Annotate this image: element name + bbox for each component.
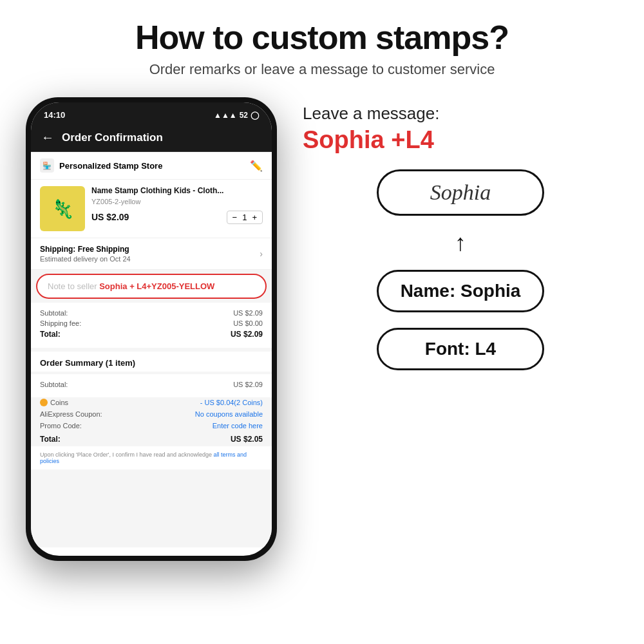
order-total-row: Total: US $2.05 — [31, 433, 272, 445]
order-section-title: Order Summary (1 item) — [31, 348, 272, 372]
shipping-fee-value: US $0.00 — [233, 319, 263, 327]
qty-control[interactable]: − 1 + — [227, 211, 263, 224]
promo-row: Promo Code: Enter code here — [31, 421, 272, 431]
screen-title: Order Confirmation — [62, 131, 163, 144]
product-name: Name Stamp Clothing Kids - Cloth... — [91, 186, 263, 196]
order-subtotal-value: US $2.09 — [233, 381, 263, 388]
order-total-value: US $2.05 — [231, 435, 263, 444]
product-image: 🦎 — [40, 186, 85, 231]
product-image-icon: 🦎 — [52, 198, 74, 220]
signal-icons: ▲▲▲ 52 ◯ — [214, 111, 259, 120]
arrow-up-icon: ↑ — [303, 231, 618, 254]
signal-bars: ▲▲▲ — [214, 111, 237, 120]
product-price-row: US $2.09 − 1 + — [91, 211, 263, 224]
screen-content: 🏪 Personalized Stamp Store ✏️ 🦎 Name — [31, 152, 272, 547]
qty-minus[interactable]: − — [232, 213, 238, 222]
product-price: US $2.09 — [91, 212, 129, 222]
phone-screen: 14:10 ▲▲▲ 52 ◯ ← Order Confirmation — [31, 102, 272, 556]
qty-plus[interactable]: + — [252, 213, 257, 222]
product-details: Name Stamp Clothing Kids - Cloth... YZ00… — [91, 186, 263, 231]
stamp-preview-text: Sophia — [430, 180, 491, 204]
coupon-label: AliExpress Coupon: — [40, 410, 102, 418]
shipping-left: Shipping: Free Shipping Estimated delive… — [40, 245, 131, 263]
edit-icon[interactable]: ✏️ — [250, 160, 263, 172]
leave-value: Sophia +L4 — [303, 126, 618, 154]
battery-icon: ◯ — [251, 111, 259, 120]
product-sku: YZ005-2-yellow — [91, 198, 263, 205]
page-container: How to custom stamps? Order remarks or l… — [0, 0, 644, 644]
coin-dot-icon — [40, 399, 48, 406]
shipping-chevron-icon[interactable]: › — [260, 249, 263, 259]
subtotal-value: US $2.09 — [233, 309, 263, 317]
name-box-text: Name: Sophia — [401, 281, 521, 301]
qty-value: 1 — [242, 213, 247, 222]
leave-label: Leave a message: — [303, 104, 618, 124]
phone-wrapper: 14:10 ▲▲▲ 52 ◯ ← Order Confirmation — [26, 97, 277, 561]
font-box: Font: L4 — [377, 328, 544, 370]
order-subtotal-label: Subtotal: — [40, 381, 68, 388]
stamp-preview: Sophia — [377, 169, 544, 216]
coins-row: Coins - US $0.04(2 Coins) — [31, 397, 272, 408]
shipping-fee-label: Shipping fee: — [40, 319, 81, 327]
store-icon: 🏪 — [40, 158, 54, 173]
coins-value: - US $0.04(2 Coins) — [200, 399, 263, 406]
coupon-row: AliExpress Coupon: No coupons available — [31, 409, 272, 419]
summary-total-row: Total: US $2.09 — [40, 330, 263, 339]
back-arrow-icon[interactable]: ← — [41, 130, 54, 145]
store-left: 🏪 Personalized Stamp Store — [40, 158, 162, 173]
order-section-summary: Subtotal: US $2.09 — [31, 374, 272, 397]
main-title: How to custom stamps? — [26, 19, 618, 56]
order-summary: Subtotal: US $2.09 Shipping fee: US $0.0… — [31, 303, 272, 348]
font-box-text: Font: L4 — [425, 339, 496, 359]
shipping-row: Shipping: Free Shipping Estimated delive… — [31, 238, 272, 270]
note-highlight: Sophia + L4+YZ005-YELLOW — [99, 281, 214, 291]
product-row: 🦎 Name Stamp Clothing Kids - Cloth... YZ… — [31, 180, 272, 238]
phone-mockup: 14:10 ▲▲▲ 52 ◯ ← Order Confirmation — [26, 97, 277, 561]
leave-message-section: Leave a message: Sophia +L4 — [303, 104, 618, 154]
signal-value: 52 — [240, 111, 248, 120]
store-row: 🏪 Personalized Stamp Store ✏️ — [31, 152, 272, 180]
store-name[interactable]: Personalized Stamp Store — [59, 161, 162, 171]
total-label: Total: — [40, 330, 61, 339]
order-total-label: Total: — [40, 435, 61, 444]
promo-label: Promo Code: — [40, 422, 82, 430]
coins-label: Coins — [40, 399, 68, 406]
screen-header: ← Order Confirmation — [31, 124, 272, 152]
order-subtotal-row: Subtotal: US $2.09 — [40, 381, 263, 388]
summary-shipping-row: Shipping fee: US $0.00 — [40, 319, 263, 327]
shipping-subtitle: Estimated delivery on Oct 24 — [40, 255, 131, 263]
place-order-text: Upon clicking 'Place Order', I confirm I… — [31, 446, 272, 469]
right-panel: Leave a message: Sophia +L4 Sophia ↑ Nam… — [303, 97, 618, 370]
place-order-label: Upon clicking 'Place Order', I confirm I… — [40, 451, 214, 458]
header-section: How to custom stamps? Order remarks or l… — [26, 19, 618, 78]
note-prefix: Note to seller — [48, 281, 99, 291]
promo-value[interactable]: Enter code here — [213, 422, 263, 430]
time-display: 14:10 — [44, 110, 65, 120]
subtitle: Order remarks or leave a message to cust… — [26, 61, 618, 78]
summary-subtotal-row: Subtotal: US $2.09 — [40, 309, 263, 317]
name-box: Name: Sophia — [377, 270, 544, 312]
content-row: 14:10 ▲▲▲ 52 ◯ ← Order Confirmation — [26, 97, 618, 561]
subtotal-label: Subtotal: — [40, 309, 68, 317]
shipping-title: Shipping: Free Shipping — [40, 245, 131, 254]
note-seller-box[interactable]: Note to seller Sophia + L4+YZ005-YELLOW — [36, 274, 267, 299]
coins-text: Coins — [50, 399, 68, 406]
total-value: US $2.09 — [231, 330, 263, 339]
coupon-value[interactable]: No coupons available — [195, 410, 263, 418]
status-bar: 14:10 ▲▲▲ 52 ◯ — [31, 102, 272, 124]
